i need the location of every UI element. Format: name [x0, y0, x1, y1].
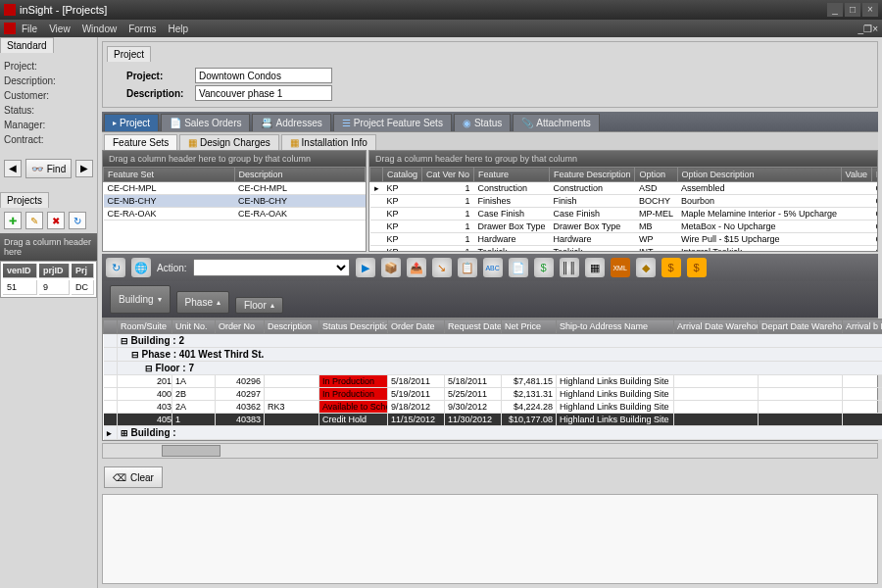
project-row[interactable]: 51 9 DC — [3, 280, 94, 295]
group-phase[interactable]: Phase▴ — [176, 291, 229, 314]
orders-col[interactable]: Request Date — [445, 319, 502, 334]
menu-file[interactable]: File — [22, 24, 37, 34]
next-button[interactable]: ▶ — [75, 160, 93, 177]
tab-standard[interactable]: Standard — [0, 37, 54, 53]
delete-icon[interactable]: ✖ — [47, 212, 65, 229]
option-row[interactable]: KP1Case FinishCase FinishMP-MELMaple Mel… — [370, 208, 878, 220]
col-prj[interactable]: Prj — [72, 264, 94, 278]
opt-col-fdesc[interactable]: Feature Description — [549, 168, 635, 182]
action-select[interactable] — [193, 259, 350, 276]
orders-col[interactable]: Room/Suite — [118, 319, 172, 334]
opt-col-odesc[interactable]: Option Description — [677, 168, 841, 182]
grid-icon[interactable]: ▦ — [585, 258, 605, 277]
abc-icon[interactable]: ABC — [483, 258, 503, 277]
refresh-left-icon[interactable]: ↻ — [69, 212, 86, 229]
subtab-feature-sets[interactable]: Feature Sets — [104, 134, 177, 150]
find-button[interactable]: 👓 Find — [25, 159, 72, 178]
refresh-icon[interactable]: ↻ — [106, 258, 125, 277]
option-row[interactable]: ▸KP1ConstructionConstructionASDAssembled… — [370, 182, 878, 195]
child-restore-button[interactable]: ❐ — [863, 24, 872, 34]
opt-col-fset[interactable]: Feature Set — [871, 168, 877, 182]
opt-col-option[interactable]: Option — [635, 168, 677, 182]
orders-col[interactable]: Arrival b Mode — [843, 319, 883, 334]
orders-grid[interactable]: Room/SuiteUnit No.Order NoDescriptionSta… — [102, 318, 878, 441]
col-venid[interactable]: venID — [3, 264, 37, 278]
tab-projects[interactable]: Projects — [0, 192, 49, 208]
tab-project-header[interactable]: Project — [107, 46, 151, 62]
arrow-down-icon[interactable]: ↘ — [432, 258, 452, 277]
fs-col-set[interactable]: Feature Set — [104, 168, 235, 182]
orders-col[interactable]: Depart Date Warehouse — [759, 319, 843, 334]
menu-forms[interactable]: Forms — [128, 24, 156, 34]
box1-icon[interactable]: 📦 — [381, 258, 401, 277]
fs-row[interactable]: CE-RA-OAKCE-RA-OAK — [104, 208, 366, 220]
tab-sales-orders[interactable]: 📄Sales Orders — [161, 114, 250, 131]
close-button[interactable]: × — [862, 3, 878, 17]
tag-icon[interactable]: ◆ — [636, 258, 656, 277]
menu-view[interactable]: View — [49, 24, 71, 34]
orders-col[interactable]: Order No — [216, 319, 265, 334]
option-row[interactable]: KP1HardwareHardwareWPWire Pull - $15 Upc… — [370, 233, 878, 246]
xml-icon[interactable]: XML — [611, 258, 630, 277]
order-row[interactable]: 2011A40296In Production5/18/20115/18/201… — [104, 375, 883, 388]
tab-attachments[interactable]: 📎Attachments — [513, 114, 600, 131]
run-icon[interactable]: ▶ — [356, 258, 375, 277]
money-icon[interactable]: $ — [534, 258, 554, 277]
app-menu-icon[interactable] — [4, 23, 16, 34]
group-row-phase[interactable]: ⊟ Phase : 401 West Third St. — [104, 348, 883, 362]
child-close-button[interactable]: × — [872, 24, 878, 34]
group-row-building[interactable]: ⊟ Building : 2 — [104, 334, 883, 348]
orders-col[interactable]: Ship-to Address Name — [557, 319, 674, 334]
orders-col[interactable]: Net Price — [502, 319, 557, 334]
orders-col[interactable]: Description — [265, 319, 319, 334]
clear-button[interactable]: ⌫ Clear — [104, 466, 163, 488]
group-row-building-2[interactable]: ▸⊞ Building : — [104, 426, 883, 440]
opt-col-catver[interactable]: Cat Ver No — [422, 168, 474, 182]
globe-icon[interactable]: 🌐 — [131, 258, 151, 277]
opt-col-value[interactable]: Value — [841, 168, 871, 182]
scroll-thumb[interactable] — [162, 445, 220, 457]
tab-status[interactable]: ◉Status — [454, 114, 511, 131]
tab-project-main[interactable]: ▸Project — [104, 114, 159, 131]
barcode-icon[interactable]: ║║ — [560, 258, 579, 277]
maximize-button[interactable]: □ — [845, 3, 860, 17]
fs-row[interactable]: CE-NB-CHYCE-NB-CHY — [104, 195, 366, 208]
opt-col-catalog[interactable]: Catalog — [383, 168, 422, 182]
doc-toolbar-icon[interactable]: 📄 — [509, 258, 528, 277]
order-row[interactable]: 4032A40362RK3Available to Schedule9/18/2… — [104, 401, 883, 414]
option-row[interactable]: KP1ToekickToekickINTIntegral ToekickCE-N… — [370, 246, 878, 252]
col-prjid[interactable]: prjID — [39, 264, 70, 278]
subtab-installation-info[interactable]: ▦ Installation Info — [281, 134, 376, 150]
coin2-icon[interactable]: $ — [687, 258, 707, 277]
group-building[interactable]: Building▾ — [110, 285, 171, 314]
minimize-button[interactable]: _ — [827, 3, 843, 17]
orders-col[interactable]: Arrival Date Warehouse — [674, 319, 759, 334]
edit-icon[interactable]: ✎ — [25, 212, 43, 229]
option-row[interactable]: KP1FinishesFinishBOCHYBourbonCE-NB-CHY — [370, 195, 878, 208]
tab-addresses[interactable]: 📇Addresses — [252, 114, 330, 131]
order-row[interactable]: 4002B40297In Production5/19/20115/25/201… — [104, 388, 883, 401]
fs-col-desc[interactable]: Description — [234, 168, 366, 182]
orders-col[interactable]: Unit No. — [172, 319, 216, 334]
projects-mini-grid[interactable]: venID prjID Prj 51 9 DC — [0, 261, 97, 298]
tab-project-feature-sets[interactable]: ☰Project Feature Sets — [333, 114, 452, 131]
group-floor[interactable]: Floor▴ — [235, 297, 283, 314]
new-icon[interactable]: ✚ — [4, 212, 22, 229]
box2-icon[interactable]: 📤 — [407, 258, 426, 277]
opt-col-feature[interactable]: Feature — [474, 168, 550, 182]
fs-row[interactable]: CE-CH-MPLCE-CH-MPL — [104, 182, 366, 195]
copy-icon[interactable]: 📋 — [458, 258, 477, 277]
orders-col[interactable]: Order Date — [388, 319, 445, 334]
description-input[interactable] — [195, 85, 332, 101]
subtab-design-charges[interactable]: ▦ Design Charges — [179, 134, 279, 150]
menu-help[interactable]: Help — [169, 24, 189, 34]
menu-window[interactable]: Window — [82, 24, 118, 34]
option-row[interactable]: KP1Drawer Box TypeDrawer Box TypeMBMetaB… — [370, 220, 878, 233]
order-row[interactable]: 405140383Credit Hold11/15/201211/30/2012… — [104, 414, 883, 426]
project-input[interactable] — [195, 68, 332, 83]
prev-button[interactable]: ◀ — [4, 160, 22, 177]
horizontal-scrollbar[interactable] — [102, 443, 878, 459]
orders-col[interactable]: Status Description — [319, 319, 388, 334]
coin1-icon[interactable]: $ — [662, 258, 681, 277]
group-row-floor[interactable]: ⊟ Floor : 7 — [104, 362, 883, 375]
